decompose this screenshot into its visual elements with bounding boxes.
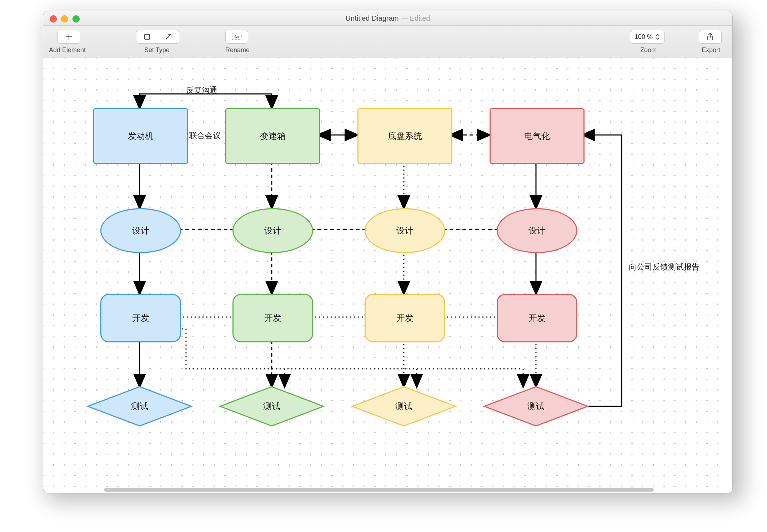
edge-label-joint-meeting: 联合会议 (188, 130, 222, 142)
diagram-canvas[interactable]: 发动机 变速箱 底盘系统 电气化 设计 设计 设计 设计 开发 开发 开发 开发 (43, 58, 732, 493)
set-type-label: Set Type (144, 46, 170, 54)
edge-label-top-bidir: 反复沟通 (186, 85, 217, 96)
plus-icon (65, 33, 72, 40)
svg-marker-30 (484, 387, 588, 426)
add-element-label: Add Element (49, 46, 86, 54)
square-icon (144, 33, 151, 40)
node-test-2[interactable] (352, 387, 456, 426)
export-button[interactable] (699, 30, 722, 44)
node-test-3[interactable] (484, 387, 588, 426)
rename-button[interactable]: Aa (225, 30, 248, 44)
titlebar: Untitled Diagram — Edited (43, 11, 732, 26)
svg-marker-29 (352, 387, 456, 426)
vertical-scrollbar[interactable] (727, 58, 732, 487)
diamond-layer (43, 58, 727, 493)
rename-icon: Aa (232, 34, 242, 40)
svg-marker-28 (220, 387, 324, 426)
zoom-label: Zoom (640, 46, 657, 54)
zoom-control[interactable]: 100 % (630, 30, 665, 44)
window-edited-suffix: — Edited (399, 14, 430, 22)
add-element-button[interactable] (57, 30, 80, 44)
window-title: Untitled Diagram — Edited (43, 11, 732, 25)
rename-label: Rename (225, 46, 250, 54)
arrow-icon (165, 33, 173, 40)
svg-text:Aa: Aa (234, 35, 239, 39)
share-icon (707, 33, 714, 41)
edge-label-feedback: 向公司反馈测试报告 (629, 262, 700, 272)
set-type-arrow[interactable] (158, 30, 180, 43)
zoom-value: 100 % (635, 33, 653, 41)
set-type-rect[interactable] (136, 30, 158, 43)
node-test-0[interactable] (88, 387, 191, 426)
svg-marker-27 (88, 387, 191, 426)
app-window: Untitled Diagram — Edited Add Element (43, 11, 733, 493)
set-type-segmented[interactable] (136, 30, 180, 44)
toolbar: Add Element Set Type Aa (43, 26, 732, 59)
stepper-icon (656, 33, 660, 40)
node-test-1[interactable] (220, 387, 324, 426)
export-label: Export (702, 46, 720, 54)
window-title-text: Untitled Diagram (346, 14, 399, 22)
horizontal-scrollbar[interactable] (43, 487, 727, 492)
svg-rect-0 (145, 34, 150, 39)
